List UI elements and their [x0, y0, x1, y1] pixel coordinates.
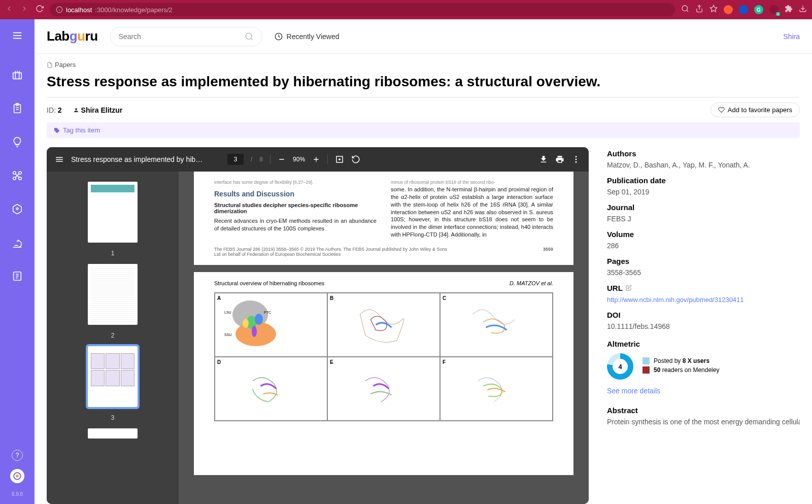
svg-rect-11	[13, 73, 22, 79]
app-topbar: Labguru Recently Viewed Shira	[35, 19, 812, 54]
share-icon[interactable]	[695, 5, 703, 15]
svg-point-34	[246, 33, 252, 39]
bookmark-icon[interactable]	[709, 5, 718, 15]
pdf-page-area[interactable]: interface has some degree of flexibility…	[179, 172, 589, 504]
figure-panel: A LSU SSU	[215, 293, 327, 357]
url-bar[interactable]: localhost:3000/knowledge/papers/2	[50, 3, 675, 16]
abstract-heading: Abstract	[607, 406, 800, 415]
print-icon[interactable]	[555, 155, 564, 164]
help-icon[interactable]: ?	[12, 450, 23, 461]
extension-icon[interactable]	[739, 5, 748, 14]
section-heading: Results and Discussion	[214, 190, 377, 198]
tag-this-item-link[interactable]: Tag this item	[63, 126, 100, 134]
browser-top-bar: localhost:3000/knowledge/papers/2 G 1	[0, 0, 812, 19]
extensions-puzzle-icon[interactable]	[785, 5, 793, 15]
forward-icon[interactable]	[20, 5, 28, 15]
extension-icon[interactable]	[724, 5, 733, 14]
url-host: localhost	[66, 6, 92, 14]
svg-point-42	[576, 161, 577, 163]
zoom-in-icon[interactable]	[312, 155, 320, 163]
rotate-icon[interactable]	[351, 155, 360, 164]
authors-heading: Authors	[607, 149, 800, 158]
user-icon	[73, 107, 79, 113]
figure-panel: D	[215, 357, 327, 421]
url-link[interactable]: http://www.ncbi.nlm.nih.gov/pubmed/31230…	[607, 296, 744, 304]
edit-url-icon[interactable]	[626, 284, 632, 292]
zoom-out-icon[interactable]	[278, 155, 286, 163]
document-icon	[47, 62, 53, 68]
pdf-page-total: 8	[259, 156, 263, 163]
paper-metadata-panel: Authors Matzov, D., Bashan, A., Yap, M. …	[607, 147, 800, 504]
page-title: Stress response as implemented by hibern…	[47, 74, 800, 90]
sidebar-item-knowledge[interactable]	[11, 136, 23, 148]
altmetric-badge[interactable]: 4	[607, 353, 633, 380]
paper-id: ID: 2	[47, 106, 62, 114]
menu-toggle-icon[interactable]	[11, 29, 23, 42]
sidebar-item-connections[interactable]	[11, 170, 23, 182]
svg-point-33	[16, 475, 18, 477]
figure-panel: E	[327, 357, 440, 421]
sidebar-item-storage[interactable]	[11, 203, 23, 215]
more-icon[interactable]	[571, 155, 581, 164]
subsection-heading: Structural studies decipher species-spec…	[214, 202, 377, 214]
svg-point-27	[16, 208, 18, 210]
thumb-label: 3	[111, 414, 115, 421]
download-icon[interactable]	[539, 155, 548, 164]
pdf-thumbnail[interactable]	[88, 182, 138, 243]
see-more-link[interactable]: See more details	[607, 387, 660, 395]
labguru-logo-icon[interactable]	[10, 469, 24, 483]
add-favorite-button[interactable]: Add to favorite papers	[710, 103, 800, 117]
thumb-label: 1	[111, 250, 115, 257]
figure-grid: A LSU SSU	[214, 292, 553, 421]
body-text: some. In addition, the N-terminal β-hair…	[391, 186, 553, 239]
search-input[interactable]	[119, 32, 245, 41]
sidebar-item-protocols[interactable]	[11, 103, 23, 115]
browser-nav	[5, 5, 44, 15]
sidebar-item-notes[interactable]	[11, 270, 23, 282]
running-head-right: D. MATZOV et al.	[510, 280, 553, 286]
fit-page-icon[interactable]	[335, 155, 344, 164]
pdf-toolbar: Stress response as implemented by hiber.…	[47, 147, 589, 172]
pdf-sidebar-toggle-icon[interactable]	[55, 155, 64, 164]
pages-heading: Pages	[607, 257, 800, 265]
volume-value: 286	[607, 242, 800, 250]
downloads-icon[interactable]	[799, 5, 807, 15]
breadcrumb-papers[interactable]: Papers	[55, 61, 76, 69]
extension-grammarly-icon[interactable]: G	[754, 5, 763, 14]
pdf-page-input[interactable]	[227, 154, 244, 165]
recently-viewed-button[interactable]: Recently Viewed	[275, 32, 340, 41]
footer-left: The FEBS Journal 286 (2019) 3558–3565 © …	[214, 247, 452, 257]
tag-item-bar: Tag this item	[47, 122, 800, 138]
abstract-text: Protein synthesis is one of the most ene…	[607, 418, 800, 426]
back-icon[interactable]	[5, 5, 13, 15]
sidebar-item-equipment[interactable]	[11, 237, 23, 249]
thumb-label: 2	[111, 332, 115, 339]
breadcrumb[interactable]: Papers	[47, 61, 800, 69]
url-heading: URL	[607, 284, 800, 292]
heart-icon	[718, 107, 725, 113]
pdf-thumbnail[interactable]	[88, 428, 138, 439]
sidebar: ? 6.9.8	[0, 19, 35, 504]
svg-point-3	[682, 6, 688, 11]
volume-heading: Volume	[607, 230, 800, 239]
svg-marker-6	[710, 5, 717, 12]
search-box[interactable]	[110, 27, 262, 46]
legend-swatch	[642, 357, 650, 364]
pdf-thumbnail-selected[interactable]	[88, 346, 138, 407]
authors-value: Matzov, D., Bashan, A., Yap, M. F., Yona…	[607, 161, 800, 169]
clock-icon	[275, 32, 283, 41]
browser-actions: G 1	[681, 5, 807, 15]
app-logo[interactable]: Labguru	[47, 28, 98, 44]
pdf-thumbnail[interactable]	[88, 264, 138, 325]
svg-point-41	[576, 159, 577, 160]
sidebar-item-inventory[interactable]	[11, 69, 23, 81]
pubdate-value: Sep 01, 2019	[607, 188, 800, 196]
reload-icon[interactable]	[36, 5, 44, 15]
current-user-link[interactable]: Shira	[783, 32, 800, 41]
zoom-icon[interactable]	[681, 5, 689, 15]
footer-page-num: 3559	[543, 247, 553, 257]
pdf-page-content: Structural overview of hibernating ribos…	[194, 272, 573, 475]
doi-heading: DOI	[607, 311, 800, 319]
extension-icon[interactable]: 1	[769, 5, 779, 14]
paper-owner: Shira Elitzur	[73, 106, 123, 114]
